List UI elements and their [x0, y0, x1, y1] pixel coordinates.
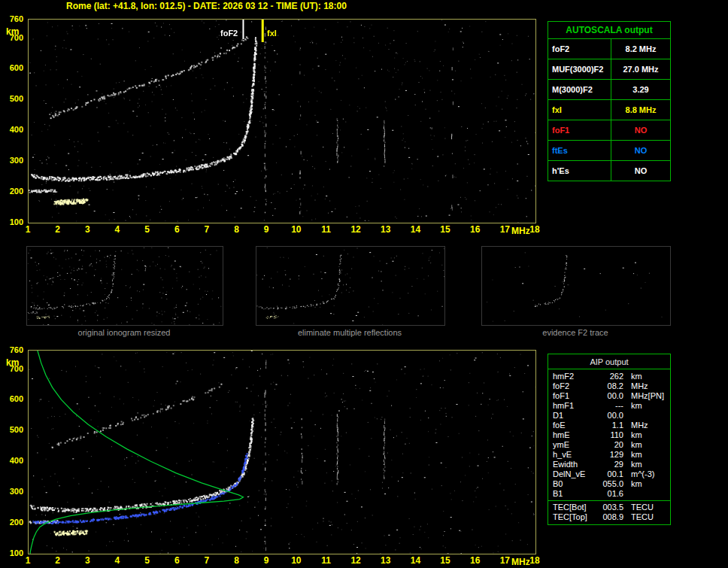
x-tick-label: 9 — [257, 556, 275, 565]
x-tick-label: 11 — [317, 225, 335, 234]
aip-param-label: TEC[Top] — [553, 512, 596, 522]
x-tick-label: 5 — [138, 225, 156, 234]
autoscala-param-value: 8.2 MHz — [611, 39, 670, 59]
aip-param-unit: km — [623, 372, 642, 381]
aip-param-label: foF2 — [553, 381, 596, 391]
station-header: Rome (lat: +41.8, lon: 012.5) - DATE: 20… — [66, 1, 347, 11]
aip-param-value: 00.0 — [596, 411, 623, 421]
autoscala-output-table: AUTOSCALA output foF28.2 MHzMUF(3000)F22… — [548, 21, 671, 181]
aip-output-table: AIP output hmF2262kmfoF208.2MHzfoF100.0M… — [548, 354, 671, 525]
aip-row: Ewidth29km — [548, 460, 670, 469]
x-tick-label: 8 — [228, 225, 246, 234]
aip-row: DelN_vE00.1m^(-3) — [548, 469, 670, 479]
aip-tec-rows: TEC[Bot]003.5TECUTEC[Top]008.9TECU — [548, 500, 670, 524]
x-tick-label: 17 — [496, 225, 514, 234]
x-tick-label: 11 — [317, 556, 335, 565]
thumbnail-caption-f2-trace: evidence F2 trace — [481, 328, 669, 337]
autoscala-row: fxI8.8 MHz — [548, 100, 670, 120]
aip-param-value: 003.5 — [596, 503, 623, 512]
autoscala-param-label: MUF(3000)F2 — [548, 59, 611, 79]
x-tick-label: 3 — [78, 225, 96, 234]
y-tick-label: 200 — [1, 187, 23, 196]
autoscala-table-body: foF28.2 MHzMUF(3000)F227.0 MHzM(3000)F23… — [548, 39, 670, 181]
x-tick-label: 9 — [257, 225, 275, 234]
thumbnail-caption-original: original ionogram resized — [26, 328, 222, 337]
aip-param-label: foE — [553, 421, 596, 430]
aip-param-unit: km — [623, 401, 642, 411]
thumbnail-caption-filtered: eliminate multiple reflections — [256, 328, 444, 337]
aip-param-label: D1 — [553, 411, 596, 421]
aip-param-unit: km — [623, 430, 642, 440]
aip-param-label: B0 — [553, 479, 596, 489]
aip-param-value: 00.1 — [596, 469, 623, 479]
aip-param-value: 01.6 — [596, 489, 623, 499]
y-tick-label: 500 — [1, 425, 23, 434]
autoscala-param-value: NO — [611, 120, 670, 140]
x-tick-label: 4 — [108, 556, 126, 565]
aip-param-value: --- — [596, 401, 623, 411]
x-tick-label: 12 — [347, 225, 365, 234]
x-tick-label: 14 — [406, 225, 424, 234]
aip-row: foF208.2MHz — [548, 381, 670, 391]
aip-param-unit: MHz — [623, 391, 648, 401]
main-ionogram-plot — [28, 19, 536, 223]
x-tick-label: 8 — [228, 556, 246, 565]
aip-param-value: 110 — [596, 430, 623, 440]
aip-row: B101.6 — [548, 489, 670, 499]
aip-param-value: 008.9 — [596, 512, 623, 522]
y-tick-label: 600 — [1, 394, 23, 403]
aip-param-unit: TECU — [623, 512, 654, 522]
aip-row: TEC[Top]008.9TECU — [548, 512, 670, 522]
autoscala-row: h'EsNO — [548, 161, 670, 181]
aip-param-label: ymE — [553, 440, 596, 450]
autoscala-param-value: 3.29 — [611, 80, 670, 99]
aip-param-value: 20 — [596, 440, 623, 450]
aip-row: hmE110km — [548, 430, 670, 440]
y-tick-label: 400 — [1, 125, 23, 134]
x-tick-label: 16 — [466, 225, 484, 234]
x-tick-label: 2 — [49, 225, 67, 234]
aip-row: hmF2262km — [548, 372, 670, 381]
x-tick-label: 12 — [347, 556, 365, 565]
aip-param-label: foF1 — [553, 391, 596, 401]
aip-param-label: B1 — [553, 489, 596, 499]
aip-param-label: Ewidth — [553, 460, 596, 469]
y-tick-label: 760 — [1, 345, 23, 354]
autoscala-param-value: NO — [611, 161, 670, 181]
aip-param-unit: km — [623, 460, 642, 469]
x-tick-label: 15 — [436, 556, 454, 565]
autoscala-row: foF28.2 MHz — [548, 39, 670, 59]
aip-param-label: hmF2 — [553, 372, 596, 381]
aip-param-unit — [623, 411, 631, 421]
x-tick-label: 15 — [436, 225, 454, 234]
aip-param-value: 129 — [596, 450, 623, 460]
autoscala-param-label: M(3000)F2 — [548, 80, 611, 99]
main-ionogram-canvas — [29, 20, 535, 223]
autoscala-param-label: h'Es — [548, 161, 611, 181]
y-tick-label: 600 — [1, 63, 23, 72]
fxi-marker-label: fxI — [267, 29, 277, 38]
aip-param-label: hmE — [553, 430, 596, 440]
x-tick-label: 4 — [108, 225, 126, 234]
aip-param-unit: km — [623, 479, 642, 489]
x-tick-label: 18 — [526, 556, 544, 565]
y-tick-label: 700 — [1, 33, 23, 42]
y-tick-label: 700 — [1, 364, 23, 373]
y-tick-label: 300 — [1, 487, 23, 496]
aip-param-label: h_vE — [553, 450, 596, 460]
thumbnail-f2-trace-canvas — [482, 247, 670, 325]
aip-row: h_vE129km — [548, 450, 670, 460]
aip-row: TEC[Bot]003.5TECU — [548, 503, 670, 512]
aip-row: D100.0 — [548, 411, 670, 421]
aip-table-title: AIP output — [548, 354, 670, 369]
x-tick-label: 10 — [287, 225, 305, 234]
autoscala-param-label: foF2 — [548, 39, 611, 59]
x-tick-label: 18 — [526, 225, 544, 234]
aip-param-label: TEC[Bot] — [553, 503, 596, 512]
autoscala-row: foF1NO — [548, 120, 670, 141]
autoscala-row: ftEsNO — [548, 141, 670, 161]
aip-param-unit: MHz — [623, 421, 648, 430]
y-tick-label: 400 — [1, 456, 23, 465]
x-tick-label: 3 — [78, 556, 96, 565]
x-tick-label: 13 — [377, 556, 395, 565]
